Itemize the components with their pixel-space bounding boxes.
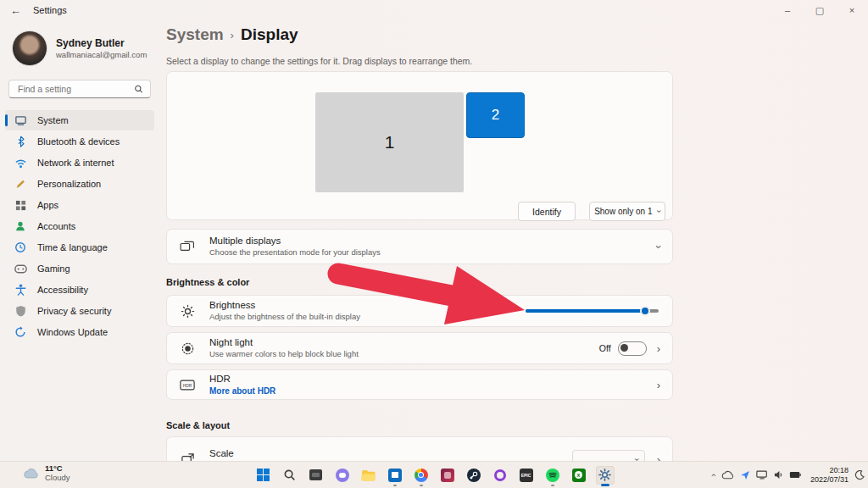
dark-app-icon (309, 469, 322, 480)
accessibility-icon (14, 283, 27, 297)
folder-icon (361, 469, 376, 481)
sidebar-item-apps[interactable]: Apps (5, 195, 154, 215)
brightness-slider-handle[interactable] (640, 306, 650, 316)
start-button[interactable] (254, 466, 273, 485)
sidebar-item-time-language[interactable]: Time & language (5, 237, 154, 258)
row-title: Scale (209, 447, 572, 460)
microsoft-store-button[interactable] (386, 466, 404, 485)
location-arrow-icon[interactable] (740, 470, 750, 480)
sidebar-item-personalization[interactable]: Personalization (5, 174, 154, 194)
close-button[interactable]: × (836, 0, 868, 20)
chat-icon (336, 469, 349, 482)
gear-icon (598, 469, 611, 481)
show-only-dropdown[interactable]: Show only on 1 › (589, 202, 665, 221)
taskbar: 11°C Cloudy EPIC x › 20:18 2022/07/31 (0, 461, 868, 488)
sidebar-item-label: Privacy & security (37, 306, 111, 316)
sidebar-item-label: Time & language (37, 242, 108, 252)
section-scale-layout: Scale & layout (166, 420, 230, 430)
gamepad-icon (14, 262, 27, 275)
onedrive-cloud-icon[interactable] (721, 470, 734, 480)
settings-button[interactable] (596, 466, 615, 485)
sidebar-item-accounts[interactable]: Accounts (5, 216, 154, 236)
sidebar-item-label: Personalization (37, 179, 101, 189)
sidebar-item-gaming[interactable]: Gaming (5, 258, 154, 279)
spotify-button[interactable] (543, 466, 562, 485)
windows-logo-icon (257, 469, 270, 481)
epic-games-button[interactable]: EPIC (517, 466, 536, 485)
sidebar-item-system[interactable]: System (5, 110, 154, 130)
brightness-row: Brightness Adjust the brightness of the … (166, 295, 673, 327)
user-profile[interactable]: Sydney Butler wallmaniacal@gmail.com (12, 30, 159, 66)
back-icon[interactable]: ← (10, 4, 21, 17)
sidebar-item-label: Bluetooth & devices (37, 136, 120, 147)
chrome-icon (415, 469, 428, 482)
user-email: wallmaniacal@gmail.com (56, 50, 147, 60)
monitor-1[interactable]: 1 (315, 92, 464, 192)
night-light-icon (179, 340, 196, 357)
sidebar-item-bluetooth-devices[interactable]: Bluetooth & devices (5, 131, 154, 152)
clock-icon (14, 241, 27, 254)
sidebar-item-accessibility[interactable]: Accessibility (5, 280, 154, 300)
clock[interactable]: 20:18 2022/07/31 (810, 466, 849, 485)
settings-main-pane: System › Display Select a display to cha… (159, 20, 868, 462)
xbox-button[interactable]: x (570, 466, 588, 485)
scale-dropdown[interactable]: › (572, 450, 645, 462)
sidebar-item-privacy-security[interactable]: Privacy & security (5, 301, 154, 321)
scale-row[interactable]: Scale Change the size of text, apps, and… (166, 436, 673, 462)
chevron-right-icon[interactable]: › (657, 342, 660, 355)
teams-chat-button[interactable] (333, 466, 352, 485)
pencil-icon (14, 177, 27, 191)
file-explorer-button[interactable] (359, 466, 378, 485)
speaker-icon[interactable] (774, 470, 783, 480)
window-title: Settings (33, 5, 67, 15)
more-about-hdr-link[interactable]: More about HDR (209, 385, 657, 396)
monitor-2[interactable]: 2 (466, 92, 525, 138)
photos-button[interactable] (438, 466, 457, 485)
chevron-down-icon[interactable]: › (652, 245, 665, 248)
shield-icon (14, 304, 27, 318)
row-title: Multiple displays (209, 235, 657, 247)
sidebar-item-label: Network & internet (37, 158, 114, 168)
person-icon (14, 219, 27, 233)
user-name: Sydney Butler (56, 37, 147, 50)
steam-button[interactable] (465, 466, 483, 485)
dark-app-button[interactable] (307, 466, 326, 485)
chevron-right-icon[interactable]: › (657, 379, 660, 391)
focus-assist-moon-icon[interactable] (854, 470, 865, 480)
brightness-slider-fill (526, 309, 645, 313)
page-title: Display (241, 25, 298, 44)
multiple-displays-row[interactable]: Multiple displays Choose the presentatio… (166, 229, 673, 264)
night-light-toggle[interactable] (618, 341, 647, 356)
maximize-button[interactable]: ▢ (804, 0, 836, 20)
search-icon (283, 469, 296, 481)
taskbar-search-button[interactable] (281, 466, 299, 485)
steam-icon (467, 469, 481, 482)
sidebar-nav: System Bluetooth & devices Network & int… (0, 110, 159, 342)
breadcrumb-system[interactable]: System (166, 25, 224, 44)
epic-games-icon: EPIC (520, 469, 533, 482)
update-icon (14, 325, 27, 339)
opera-button[interactable] (491, 466, 509, 485)
sidebar-item-windows-update[interactable]: Windows Update (5, 322, 154, 342)
battery-icon[interactable] (789, 471, 801, 479)
identify-button[interactable]: Identify (518, 202, 576, 221)
sidebar-item-label: Accounts (37, 221, 75, 231)
display-tray-icon[interactable] (756, 470, 768, 480)
search-icon (134, 84, 143, 94)
night-light-row[interactable]: Night light Use warmer colors to help bl… (166, 332, 673, 364)
chrome-button[interactable] (412, 466, 431, 485)
wifi-icon (14, 156, 27, 169)
search-box[interactable] (8, 80, 151, 98)
sidebar-item-label: Apps (37, 200, 58, 210)
minimize-button[interactable]: – (771, 0, 804, 20)
multiple-displays-icon (179, 238, 196, 255)
system-icon (14, 114, 27, 127)
hdr-row[interactable]: HDR HDR More about HDR › (166, 369, 673, 400)
sidebar-item-network-internet[interactable]: Network & internet (5, 152, 154, 173)
hidden-icons-chevron[interactable]: › (708, 474, 718, 477)
toggle-knob (620, 344, 628, 352)
brightness-slider[interactable] (526, 309, 659, 313)
chevron-down-icon: › (654, 210, 664, 213)
windows-desktop: { "titlebar": {"title": "Settings", "bac… (0, 0, 868, 488)
search-input[interactable] (16, 83, 134, 95)
